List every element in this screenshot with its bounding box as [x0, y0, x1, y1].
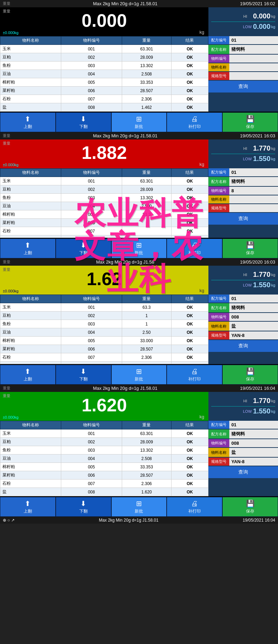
query-button[interactable]: 查询 [208, 213, 278, 225]
toolbar-btn-2[interactable]: ⊞ 新批 [111, 497, 167, 517]
toolbar-icon: ⊞ [136, 241, 142, 249]
toolbar-btn-0[interactable]: ⬆ 上翻 [0, 497, 56, 517]
info-label: 物料编号 [208, 439, 229, 447]
info-value: 猪饲料 [229, 429, 278, 438]
toolbar-label: 保存 [246, 508, 254, 514]
info-row: 规格型号 YAN-8 [208, 331, 278, 339]
info-value [229, 72, 278, 80]
weight-value: 1.882 [3, 141, 206, 162]
info-value [229, 204, 278, 212]
table-cell: OK [171, 95, 208, 103]
info-row: 物料名称 [208, 195, 278, 203]
info-row: 物料名称 盐 [208, 322, 278, 331]
info-label: 配方名称 [208, 177, 229, 186]
table-left: 物料名称物料编号重量结果玉米00163.3OK豆粕0021OK鱼粉0031OK豆… [0, 295, 208, 364]
info-row: 配方编号 01 [208, 295, 278, 303]
table-header: 重量 [122, 421, 171, 429]
table-cell: 棉籽粕 [0, 463, 61, 471]
table-cell: OK [171, 303, 208, 312]
header-right: 19/05/2020 16:03 [240, 259, 275, 265]
weight-value: 1.620 [3, 393, 206, 414]
table-cell: 002 [61, 312, 122, 320]
toolbar-btn-2[interactable]: ⊞ 新批 [111, 112, 167, 132]
query-button[interactable]: 查询 [208, 81, 278, 92]
table-cell: 63.3 [122, 303, 171, 312]
query-button[interactable]: 查询 [208, 340, 278, 352]
table-cell: 石粉 [0, 480, 61, 488]
table-cell [122, 227, 171, 235]
table-row: 豆油0042.508OK [0, 70, 208, 78]
low-row: LOW 1.550 kg [211, 281, 275, 289]
low-row: LOW 1.550 kg [211, 407, 275, 415]
toolbar-label: 上翻 [24, 376, 32, 382]
toolbar-btn-4[interactable]: 💾 保存 [222, 112, 278, 132]
toolbar-btn-2[interactable]: ⊞ 新批 [111, 239, 167, 258]
table-cell [122, 362, 171, 364]
toolbar-btn-1[interactable]: ⬇ 下翻 [56, 365, 111, 385]
table-cell: OK [171, 337, 208, 345]
low-label: LOW [243, 283, 252, 287]
table-cell: OK [171, 210, 208, 219]
toolbar-btn-4[interactable]: 💾 保存 [222, 497, 278, 517]
table-cell [61, 362, 122, 364]
toolbar-btn-1[interactable]: ⬇ 下翻 [56, 239, 111, 258]
table-cell: 玉米 [0, 429, 61, 438]
table-cell: 菜籽粕 [0, 219, 61, 227]
header-right: 19/05/2021 16:03 [240, 133, 275, 138]
table-left: 物料名称物料编号重量结果玉米00163.301OK豆粕00228.009OK鱼粉… [0, 168, 208, 238]
toolbar-btn-1[interactable]: ⬇ 下翻 [56, 112, 111, 132]
toolbar-btn-0[interactable]: ⬆ 上翻 [0, 239, 56, 258]
table-cell: 菜籽粕 [0, 471, 61, 480]
toolbar-btn-0[interactable]: ⬆ 上翻 [0, 112, 56, 132]
table-cell: OK [171, 429, 208, 438]
panel-header: 重量 Max 2kg Min 20g d=1g J1.58.01 19/05/2… [0, 385, 278, 392]
toolbar-btn-4[interactable]: 💾 保存 [222, 365, 278, 385]
low-row: LOW 1.550 kg [211, 155, 275, 163]
info-label: 配方编号 [208, 36, 229, 44]
toolbar: ⬆ 上翻 ⬇ 下翻 ⊞ 新批 🖨 补打印 💾 保存 [0, 112, 278, 132]
toolbar-icon: 🖨 [191, 115, 198, 123]
toolbar-btn-3[interactable]: 🖨 补打印 [167, 497, 222, 517]
toolbar-icon: ⬆ [25, 241, 31, 249]
toolbar-icon: ⬇ [80, 241, 86, 249]
table-cell: 石粉 [0, 353, 61, 362]
toolbar-label: 下翻 [79, 508, 88, 514]
toolbar-btn-4[interactable]: 💾 保存 [222, 239, 278, 258]
table-cell: OK [171, 438, 208, 446]
toolbar-btn-3[interactable]: 🖨 补打印 [167, 239, 222, 258]
toolbar-btn-3[interactable]: 🖨 补打印 [167, 365, 222, 385]
table-row: 石粉0072.306OK [0, 480, 208, 488]
data-table: 物料名称物料编号重量结果玉米00163.3OK豆粕0021OK鱼粉0031OK豆… [0, 295, 208, 364]
bottom-status-bar: ⊕ ○ ↗ Max 2kg Min 20g d=1g J1.58.01 19/0… [0, 517, 278, 524]
table-cell: 2.500 [122, 202, 171, 210]
toolbar-btn-0[interactable]: ⬆ 上翻 [0, 365, 56, 385]
header-right: 19/05/2021 16:04 [240, 386, 275, 391]
table-cell: 28.009 [122, 185, 171, 194]
info-label: 规格型号 [208, 458, 229, 466]
table-cell: OK [171, 345, 208, 353]
table-cell: 玉米 [0, 303, 61, 312]
header-left: 重量 [3, 386, 10, 391]
info-row: 配方编号 01 [208, 36, 278, 44]
toolbar-btn-1[interactable]: ⬇ 下翻 [56, 497, 111, 517]
toolbar-btn-3[interactable]: 🖨 补打印 [167, 112, 222, 132]
low-value: 1.550 [253, 281, 270, 289]
table-cell: 28.009 [122, 438, 171, 446]
info-label: 配方名称 [208, 429, 229, 438]
info-row: 规格型号 YAN-8 [208, 458, 278, 466]
table-cell: 鱼粉 [0, 446, 61, 454]
toolbar-label: 下翻 [79, 250, 88, 256]
hi-unit: kg [271, 146, 275, 151]
table-row: 菜籽粕00628.507OK [0, 345, 208, 353]
table-cell: OK [171, 328, 208, 337]
table-cell: OK [171, 78, 208, 87]
toolbar-btn-2[interactable]: ⊞ 新批 [111, 365, 167, 385]
header-left: 重量 [3, 133, 10, 138]
table-cell: OK [171, 353, 208, 362]
table-row: 石粉007OK [0, 227, 208, 235]
table-cell: 棉籽粕 [0, 210, 61, 219]
info-value: 008 [229, 313, 278, 321]
query-button[interactable]: 查询 [208, 466, 278, 478]
toolbar-label: 上翻 [24, 508, 32, 514]
table-cell: OK [171, 194, 208, 202]
